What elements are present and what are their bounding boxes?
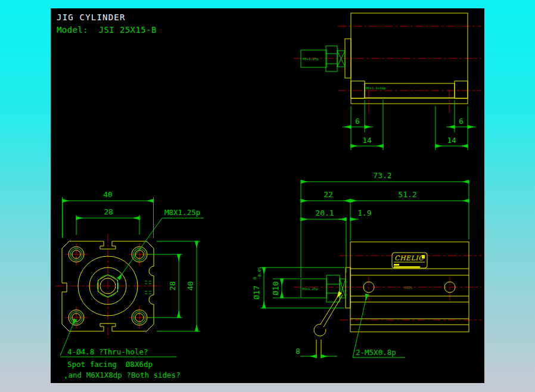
dim-total-73-2: 73.2 <box>373 171 391 180</box>
dim-22: 22 <box>324 190 333 199</box>
cad-canvas: JIG CYLINDER Model: JSI 25X15-B <box>0 0 535 392</box>
dim-6-left: 6 <box>355 117 360 126</box>
port-thread-label: M6x1.0x8dp <box>366 86 385 91</box>
drawing-title: JIG CYLINDER <box>57 13 126 22</box>
port-label: 2-M5X0.8p <box>356 348 396 357</box>
dim-rod-dia-group: Ø10 <box>271 281 280 295</box>
dim-wrench-flats: 8 <box>296 347 300 356</box>
dim-rod-dia: Ø10 <box>271 281 280 295</box>
note-spotface: Spot facing Ø8X6dp <box>67 360 153 369</box>
dim-width-40: 40 <box>103 190 113 199</box>
dim-20-1: 20.1 <box>315 209 334 217</box>
dim-bolt-v-28: 28 <box>168 281 177 291</box>
dim-1-9: 1.9 <box>357 209 371 217</box>
logo-text: CHELIC <box>394 254 424 262</box>
dim-14-left: 14 <box>362 136 372 145</box>
note-thread: ,and M6X1X8dp ?Both sides? <box>64 371 181 379</box>
boss-tol-lower: -0.05 <box>257 267 262 279</box>
boss-tol-upper: 0 <box>253 277 257 279</box>
dim-6-right: 6 <box>459 117 464 126</box>
dim-14-right: 14 <box>447 136 456 145</box>
rod-thread-label: M8x1.25p <box>303 57 319 61</box>
dim-height-40: 40 <box>186 281 195 291</box>
center-thread-label: M8X1.25p <box>164 208 200 217</box>
model-label: Model: JSI 25X15-B <box>57 25 157 35</box>
dim-bolt-28: 28 <box>104 207 113 216</box>
body-stamp: JSI25 <box>403 286 412 290</box>
dim-51-2: 51.2 <box>398 190 416 199</box>
note-holes: 4-Ø4.8 ?Thru-hole? <box>67 347 148 356</box>
rod-thread-label: M8x1.25p <box>302 287 318 291</box>
drawing-viewport <box>51 8 484 383</box>
dim-boss-dia: Ø17 <box>252 285 261 299</box>
